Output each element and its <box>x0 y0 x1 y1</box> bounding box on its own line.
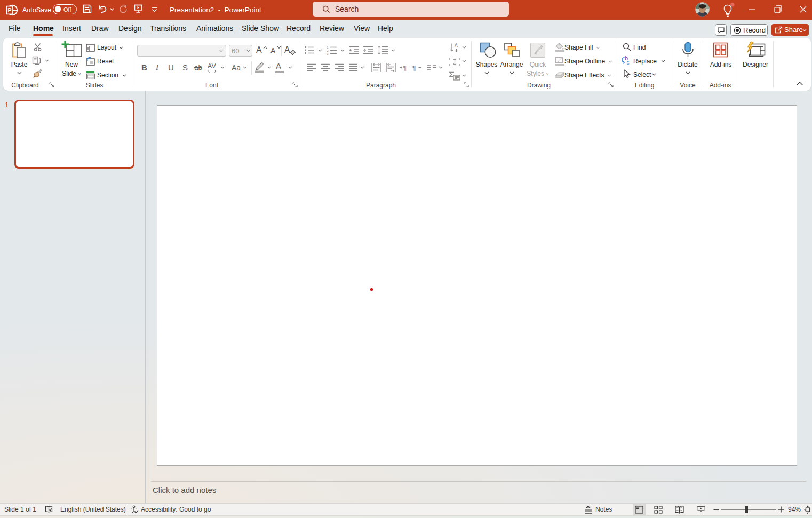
svg-text:3: 3 <box>327 52 329 55</box>
svg-text:A: A <box>455 43 458 49</box>
svg-text:c: c <box>627 60 630 66</box>
svg-text:¶: ¶ <box>403 65 407 71</box>
svg-text:¶: ¶ <box>412 65 416 71</box>
svg-text:AV: AV <box>208 63 216 70</box>
